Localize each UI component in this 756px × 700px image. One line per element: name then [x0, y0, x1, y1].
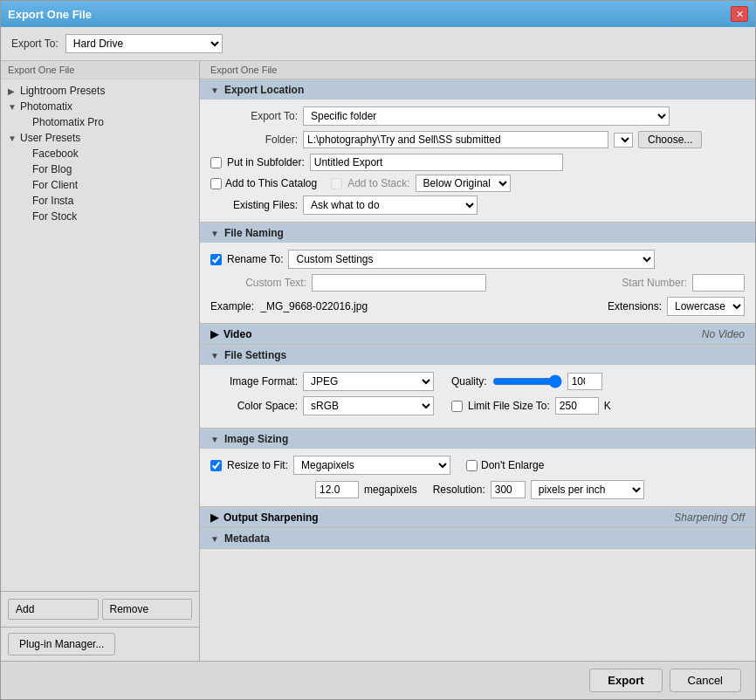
sidebar-item-label: For Client — [32, 179, 78, 191]
megapixels-unit: megapixels — [364, 484, 417, 496]
subfolder-input[interactable] — [310, 154, 563, 171]
megapixels-row: megapixels Resolution: pixels per inch p… — [315, 480, 745, 499]
image-sizing-section: ▼ Image Sizing Resize to Fit: Megapixels… — [200, 429, 755, 507]
preset-tree: ▶ Lightroom Presets ▼ Photomatix Photoma… — [1, 79, 199, 591]
subfolder-label: Put in Subfolder: — [227, 156, 305, 168]
export-button[interactable]: Export — [589, 669, 662, 692]
start-number-input[interactable] — [692, 274, 745, 292]
output-sharpening-header[interactable]: ▶ Output Sharpening Sharpening Off — [200, 507, 755, 527]
output-label-group: ▶ Output Sharpening — [210, 511, 319, 524]
dialog-title: Export One File — [8, 8, 92, 21]
sidebar-buttons: Add Remove — [1, 591, 199, 627]
location-export-to-select[interactable]: Specific folder Same folder as original … — [303, 106, 670, 126]
limit-input[interactable] — [555, 397, 599, 415]
add-button[interactable]: Add — [8, 599, 99, 620]
format-select[interactable]: JPEG PSD TIFF PNG DNG Original — [303, 372, 434, 391]
sidebar-item-for-insta[interactable]: For Insta — [1, 193, 199, 209]
resize-select[interactable]: Megapixels Width & Height Dimensions Lon… — [293, 456, 450, 475]
sidebar-item-for-stock[interactable]: For Stock — [1, 209, 199, 224]
stack-select[interactable]: Below Original Above Original — [416, 175, 511, 192]
folder-arrow-select[interactable]: ▼ — [614, 133, 633, 148]
sidebar-item-for-blog[interactable]: For Blog — [1, 161, 199, 177]
colorspace-select[interactable]: sRGB AdobeRGB ProPhoto RGB — [303, 396, 434, 415]
example-label: Example: — [210, 300, 254, 312]
video-header[interactable]: ▶ Video No Video — [200, 324, 755, 344]
content-scroll: ▼ Export Location Export To: Specific fo… — [200, 79, 755, 661]
sidebar-item-photomatix[interactable]: ▼ Photomatix — [1, 99, 199, 114]
resize-row: Resize to Fit: Megapixels Width & Height… — [210, 456, 745, 475]
rename-select[interactable]: Custom Settings Filename Date - Filename… — [288, 250, 655, 269]
metadata-header[interactable]: ▼ Metadata — [200, 528, 755, 548]
sidebar-item-photomatix-pro[interactable]: Photomatix Pro — [1, 114, 199, 130]
cancel-button[interactable]: Cancel — [670, 669, 741, 692]
section-title: Image Sizing — [224, 433, 288, 445]
sidebar-item-user-presets[interactable]: ▼ User Presets — [1, 130, 199, 146]
file-naming-body: Rename To: Custom Settings Filename Date… — [200, 243, 755, 323]
resolution-label: Resolution: — [433, 484, 485, 496]
example-value: _MG_9668-022016.jpg — [260, 300, 368, 312]
quality-group: Quality: — [451, 373, 602, 390]
arrow-icon: ▶ — [8, 86, 17, 96]
video-label-group: ▶ Video — [210, 328, 251, 340]
arrow-icon: ▼ — [8, 134, 17, 143]
subfolder-checkbox[interactable] — [210, 157, 222, 168]
stack-checkbox[interactable] — [331, 178, 342, 189]
sidebar-item-for-client[interactable]: For Client — [1, 177, 199, 193]
existing-files-label: Existing Files: — [210, 199, 298, 211]
limit-checkbox[interactable] — [451, 401, 463, 412]
start-number-group: Start Number: — [622, 274, 745, 292]
image-sizing-header[interactable]: ▼ Image Sizing — [200, 429, 755, 449]
limit-group: Limit File Size To: K — [451, 397, 611, 415]
export-location-header[interactable]: ▼ Export Location — [200, 79, 755, 100]
stack-label: Add to Stack: — [347, 177, 409, 189]
video-section: ▶ Video No Video — [200, 324, 755, 345]
extensions-select[interactable]: Lowercase Uppercase — [667, 297, 745, 316]
sidebar-item-label: For Blog — [32, 163, 72, 175]
image-sizing-body: Resize to Fit: Megapixels Width & Height… — [200, 449, 755, 506]
dont-enlarge-checkbox[interactable] — [466, 460, 478, 471]
collapse-icon: ▶ — [210, 328, 218, 340]
file-settings-header[interactable]: ▼ File Settings — [200, 345, 755, 365]
quality-input[interactable] — [567, 373, 602, 390]
limit-label: Limit File Size To: — [468, 400, 550, 412]
sidebar-item-label: Photomatix — [20, 100, 72, 113]
video-title: Video — [223, 328, 251, 340]
remove-button[interactable]: Remove — [102, 599, 193, 620]
file-naming-section: ▼ File Naming Rename To: Custom Settings… — [200, 223, 755, 324]
custom-text-input[interactable] — [312, 274, 486, 292]
export-to-select[interactable]: Hard Drive Email CD/DVD — [65, 34, 223, 53]
limit-unit: K — [604, 400, 611, 412]
existing-files-select[interactable]: Ask what to do Choose a new name Overwri… — [303, 196, 478, 215]
title-bar: Export One File ✕ — [1, 1, 755, 27]
quality-slider[interactable] — [492, 374, 562, 388]
sidebar-item-lightroom-presets[interactable]: ▶ Lightroom Presets — [1, 83, 199, 99]
resolution-unit-select[interactable]: pixels per inch pixels per cm — [531, 480, 644, 499]
choose-button[interactable]: Choose... — [638, 131, 702, 148]
catalog-checkbox[interactable] — [210, 178, 222, 189]
bottom-bar: Export Cancel — [1, 661, 755, 699]
location-export-to-row: Export To: Specific folder Same folder a… — [210, 106, 745, 126]
resolution-input[interactable] — [491, 481, 526, 498]
format-quality-row: Image Format: JPEG PSD TIFF PNG DNG Orig… — [210, 372, 745, 391]
collapse-icon: ▼ — [210, 435, 219, 444]
folder-input[interactable] — [303, 131, 608, 148]
section-title: File Settings — [224, 349, 286, 361]
example-row: Example: _MG_9668-022016.jpg Extensions:… — [210, 297, 745, 316]
megapixels-input[interactable] — [315, 481, 359, 498]
sidebar-item-label: Facebook — [32, 148, 79, 160]
sidebar-item-facebook[interactable]: Facebook — [1, 146, 199, 161]
export-dialog: Export One File ✕ Export To: Hard Drive … — [0, 0, 756, 700]
catalog-label: Add to This Catalog — [225, 177, 317, 189]
close-button[interactable]: ✕ — [731, 6, 748, 22]
custom-text-label: Custom Text: — [210, 277, 306, 289]
resize-checkbox[interactable] — [210, 460, 222, 471]
rename-checkbox[interactable] — [210, 254, 222, 265]
output-sharpening-section: ▶ Output Sharpening Sharpening Off — [200, 507, 755, 528]
file-naming-header[interactable]: ▼ File Naming — [200, 223, 755, 243]
plugin-manager-button[interactable]: Plug-in Manager... — [8, 633, 115, 655]
export-to-label: Export To: — [11, 38, 58, 50]
catalog-row: Add to This Catalog Add to Stack: Below … — [210, 175, 745, 192]
sidebar-item-label: For Stock — [32, 210, 77, 223]
subfolder-row: Put in Subfolder: — [210, 154, 745, 171]
section-title: File Naming — [224, 227, 284, 239]
